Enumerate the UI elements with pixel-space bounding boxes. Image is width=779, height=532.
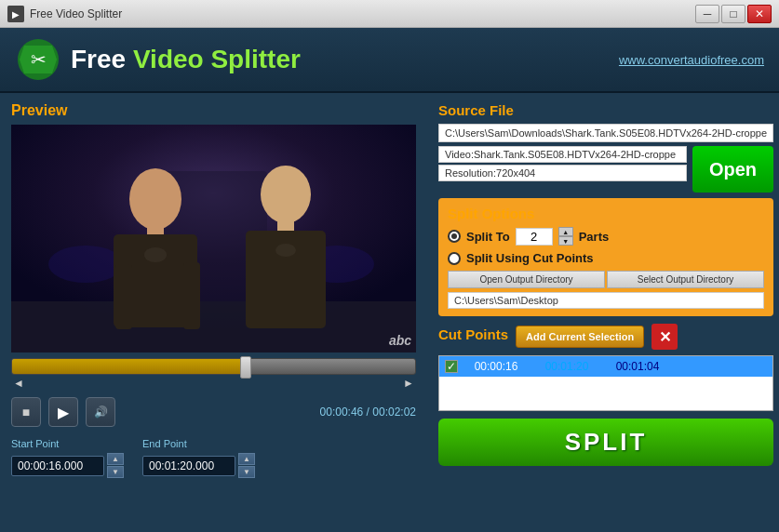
content-area: Preview: [0, 93, 779, 532]
svg-rect-19: [183, 262, 200, 329]
end-point-group: End Point ▲ ▼: [142, 438, 255, 478]
split-options-section: Split Options Split To ▲ ▼ Parts Split U…: [438, 198, 773, 316]
select-output-dir-button[interactable]: Select Output Directory: [607, 271, 764, 288]
window-title: Free Video Splitter: [30, 7, 695, 20]
preview-label: Preview: [11, 102, 416, 119]
cut-points-section: Cut Points Add Current Selection ✕ ✓ 00:…: [438, 324, 773, 411]
split-cut-radio[interactable]: [448, 252, 461, 265]
svg-rect-6: [11, 301, 416, 352]
video-name-box: Video:Shark.Tank.S05E08.HDTVx264-2HD-cro…: [438, 146, 687, 163]
source-file-section: Source File C:\Users\Sam\Downloads\Shark…: [438, 102, 773, 193]
split-cut-row: Split Using Cut Points: [448, 251, 764, 265]
volume-icon: 🔊: [94, 406, 108, 419]
add-current-selection-button[interactable]: Add Current Selection: [516, 326, 644, 348]
output-dir-path: C:\Users\Sam\Desktop: [448, 292, 764, 309]
table-row[interactable]: ✓ 00:00:16 00:01:20 00:01:04: [439, 356, 772, 377]
app-title-main: Video Splitter: [133, 45, 301, 73]
app-title-free: Free: [71, 45, 133, 73]
seekbar-track[interactable]: [11, 358, 416, 375]
split-to-input[interactable]: [516, 228, 553, 246]
logo-area: ✂ Free Video Splitter: [15, 36, 619, 83]
split-to-row: Split To ▲ ▼ Parts: [448, 227, 764, 246]
stop-button[interactable]: ■: [11, 397, 41, 427]
start-point-label: Start Point: [11, 438, 124, 449]
svg-point-13: [144, 247, 167, 262]
time-display: 00:00:46 / 00:02:02: [320, 406, 416, 419]
cut-point-end: 00:01:04: [605, 360, 670, 373]
minimize-button[interactable]: ─: [695, 5, 719, 23]
main-window: ✂ Free Video Splitter www.convertaudiofr…: [0, 28, 779, 532]
start-point-spinners: ▲ ▼: [107, 453, 124, 478]
seekbar-progress: [12, 359, 246, 374]
split-to-up[interactable]: ▲: [558, 227, 573, 236]
maximize-button[interactable]: □: [721, 5, 745, 23]
end-point-label: End Point: [142, 438, 255, 449]
split-cut-label: Split Using Cut Points: [466, 251, 594, 265]
volume-button[interactable]: 🔊: [86, 397, 115, 427]
source-file-info: Video:Shark.Tank.S05E08.HDTVx264-2HD-cro…: [438, 146, 687, 193]
app-header: ✂ Free Video Splitter www.convertaudiofr…: [0, 28, 779, 93]
source-file-title: Source File: [438, 102, 773, 118]
end-point-up[interactable]: ▲: [238, 453, 255, 465]
seekbar-arrows: ◄ ►: [11, 377, 416, 390]
app-title: Free Video Splitter: [71, 45, 301, 74]
play-button[interactable]: ▶: [48, 397, 78, 427]
source-file-row: Video:Shark.Tank.S05E08.HDTVx264-2HD-cro…: [438, 146, 773, 193]
svg-rect-15: [277, 219, 294, 231]
points-row: Start Point ▲ ▼ End Point ▲: [11, 438, 416, 478]
cut-point-mid: 00:01:20: [534, 360, 599, 373]
end-point-input-row: ▲ ▼: [142, 453, 255, 478]
svg-point-7: [48, 246, 123, 283]
split-options-title: Split Options: [448, 206, 764, 221]
split-to-down[interactable]: ▼: [558, 236, 573, 246]
total-time: 00:02:02: [372, 406, 416, 419]
split-to-spinners: ▲ ▼: [558, 227, 573, 246]
dir-buttons: Open Output Directory Select Output Dire…: [448, 271, 764, 288]
left-panel: Preview: [0, 93, 427, 532]
cut-point-start: 00:00:16: [463, 360, 529, 373]
app-logo-icon: ✂: [15, 36, 61, 83]
website-link[interactable]: www.convertaudiofree.com: [619, 53, 764, 67]
close-button[interactable]: ✕: [747, 5, 772, 23]
svg-point-14: [261, 166, 311, 223]
abc-logo: abc: [389, 333, 411, 348]
video-preview: abc: [11, 125, 416, 352]
svg-rect-18: [115, 264, 132, 329]
seekbar-container: ◄ ►: [11, 358, 416, 390]
end-point-spinners: ▲ ▼: [238, 453, 255, 478]
open-output-dir-button[interactable]: Open Output Directory: [448, 271, 605, 288]
seekbar-right-arrow[interactable]: ►: [403, 377, 414, 390]
svg-text:▶: ▶: [12, 9, 20, 20]
cut-points-title: Cut Points: [438, 326, 508, 342]
cut-point-checkbox[interactable]: ✓: [445, 360, 458, 373]
split-to-radio[interactable]: [448, 230, 461, 243]
video-scene: abc: [11, 125, 416, 352]
split-to-label: Split To: [466, 230, 510, 244]
resolution-box: Resolution:720x404: [438, 165, 687, 181]
start-point-group: Start Point ▲ ▼: [11, 438, 124, 478]
titlebar: ▶ Free Video Splitter ─ □ ✕: [0, 0, 779, 28]
start-point-input-row: ▲ ▼: [11, 453, 124, 478]
svg-point-10: [129, 168, 181, 230]
right-panel: Source File C:\Users\Sam\Downloads\Shark…: [427, 93, 779, 532]
start-point-down[interactable]: ▼: [107, 466, 124, 478]
start-point-input[interactable]: [11, 456, 104, 476]
source-file-path: C:\Users\Sam\Downloads\Shark.Tank.S05E08…: [438, 124, 773, 142]
open-button[interactable]: Open: [692, 146, 773, 193]
split-button[interactable]: SPLIT: [438, 419, 773, 466]
start-point-up[interactable]: ▲: [107, 453, 124, 465]
svg-point-17: [275, 244, 296, 257]
current-time: 00:00:46: [320, 406, 364, 419]
cut-points-header: Cut Points Add Current Selection ✕: [438, 324, 773, 350]
seekbar-left-arrow[interactable]: ◄: [13, 377, 24, 390]
cut-points-list: ✓ 00:00:16 00:01:20 00:01:04: [438, 355, 773, 411]
window-controls: ─ □ ✕: [695, 5, 772, 23]
delete-selection-button[interactable]: ✕: [651, 324, 678, 350]
seekbar-handle[interactable]: [240, 356, 251, 379]
app-icon: ▶: [7, 6, 24, 22]
end-point-input[interactable]: [142, 456, 235, 476]
playback-controls: ■ ▶ 🔊 00:00:46 / 00:02:02: [11, 397, 416, 427]
parts-label: Parts: [579, 230, 610, 244]
end-point-down[interactable]: ▼: [238, 466, 255, 478]
svg-text:✂: ✂: [31, 49, 47, 70]
